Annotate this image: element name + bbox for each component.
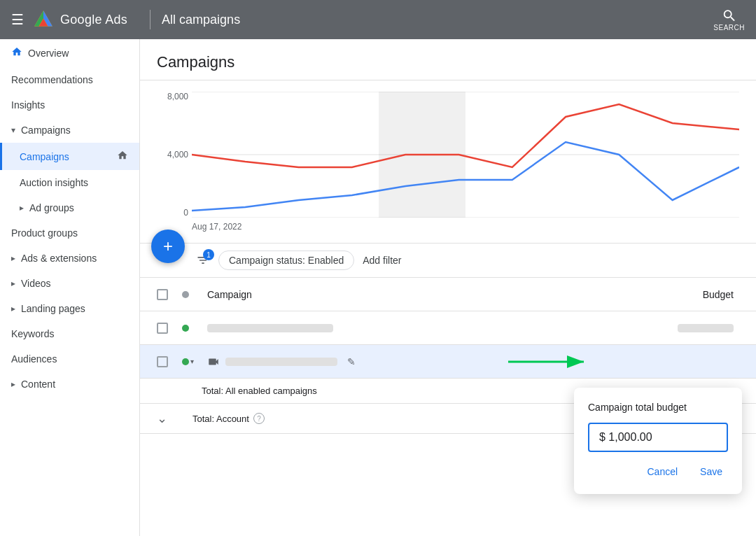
budget-col-header: Budget (613, 289, 739, 300)
help-icon: ? (253, 413, 265, 424)
line-chart-svg (192, 92, 739, 218)
table-header: Campaign Budget (140, 278, 756, 311)
campaign-name-placeholder (207, 324, 333, 332)
sidebar-item-insights[interactable]: Insights (0, 92, 139, 118)
sidebar-item-label: Insights (11, 99, 128, 111)
status-dot-green (182, 358, 189, 365)
add-filter-button[interactable]: Add filter (363, 255, 401, 266)
sidebar-item-recommendations[interactable]: Recommendations (0, 67, 139, 92)
row1-checkbox[interactable] (157, 323, 182, 334)
filter-chip-label: Campaign status: Enabled (229, 255, 344, 266)
sidebar-item-label: Campaigns (20, 151, 111, 162)
total-label: Total: All enabled campaigns (202, 386, 317, 396)
chevron-right-icon: ▸ (11, 304, 15, 313)
chart-area: 8,000 4,000 0 (140, 80, 756, 244)
google-ads-logo-icon (32, 8, 55, 31)
sidebar-item-auction-insights[interactable]: Auction insights (0, 170, 139, 195)
table-row (140, 311, 756, 345)
brand-name: Google Ads (60, 13, 127, 27)
row2-checkbox[interactable] (157, 356, 182, 367)
sidebar-item-overview[interactable]: Overview (0, 39, 139, 67)
page-title: Campaigns (157, 53, 739, 71)
y-label-4000: 4,000 (157, 150, 188, 160)
topbar-divider (150, 10, 150, 29)
search-button[interactable]: SEARCH (713, 8, 745, 31)
search-label: SEARCH (713, 24, 745, 31)
topbar: ☰ Google Ads All campaigns SEARCH (0, 0, 756, 39)
home-icon (11, 46, 22, 60)
total-row-inner: Total: All enabled campaigns (202, 386, 317, 396)
chart-x-label: Aug 17, 2022 (192, 222, 241, 232)
row2-status: ▾ (182, 358, 202, 365)
chart-svg (192, 92, 739, 218)
sidebar-item-label: Product groups (11, 227, 128, 239)
sidebar: Overview Recommendations Insights ▾ Camp… (0, 39, 140, 536)
search-icon (722, 8, 737, 24)
chart-container: 8,000 4,000 0 (157, 92, 739, 232)
plus-icon: + (163, 238, 173, 255)
sidebar-item-ad-groups[interactable]: ▸ Ad groups (0, 195, 139, 220)
sidebar-item-label: Auction insights (20, 177, 128, 188)
checkbox-icon (157, 323, 168, 334)
chevron-down-icon: ▾ (11, 125, 15, 135)
sidebar-item-label: Campaigns (21, 125, 128, 136)
budget-placeholder (678, 324, 734, 332)
sidebar-item-ads-extensions[interactable]: ▸ Ads & extensions (0, 246, 139, 271)
dropdown-arrow-icon[interactable]: ▾ (190, 358, 194, 365)
budget-input[interactable]: $ 1,000.00 (588, 423, 728, 452)
sidebar-item-label: Landing pages (21, 303, 128, 314)
row1-status (182, 325, 202, 332)
budget-value: $ 1,000.00 (599, 431, 652, 443)
checkbox-icon (157, 356, 168, 367)
sidebar-item-campaigns[interactable]: Campaigns (0, 143, 139, 170)
sidebar-item-videos[interactable]: ▸ Videos (0, 271, 139, 296)
campaign-status-filter[interactable]: Campaign status: Enabled (218, 251, 354, 270)
row1-budget (613, 324, 739, 332)
logo: Google Ads (32, 8, 127, 31)
edit-icon[interactable]: ✎ (347, 356, 356, 367)
status-header-icon (182, 291, 189, 298)
chevron-right-icon: ▸ (11, 278, 15, 288)
status-dot-green (182, 325, 189, 332)
expand-account-icon[interactable]: ⌄ (157, 411, 167, 426)
sidebar-item-product-groups[interactable]: Product groups (0, 220, 139, 246)
sidebar-item-label: Overview (28, 48, 128, 59)
topbar-subtitle: All campaigns (162, 13, 240, 27)
row2-campaign-name: ✎ (202, 355, 613, 368)
y-label-0: 0 (157, 208, 188, 218)
filter-icon-button[interactable]: 1 (196, 253, 210, 267)
sidebar-item-content[interactable]: ▸ Content (0, 372, 139, 397)
table-row: ▾ ✎ (140, 345, 756, 379)
save-button[interactable]: Save (694, 463, 728, 480)
account-row-inner: Total: Account ? (192, 413, 265, 424)
hamburger-icon[interactable]: ☰ (11, 11, 24, 28)
budget-popup-title: Campaign total budget (588, 402, 728, 413)
y-label-8000: 8,000 (157, 92, 188, 101)
sidebar-item-label: Keywords (11, 328, 128, 339)
chart-y-labels: 8,000 4,000 0 (157, 92, 188, 218)
sidebar-item-label: Ads & extensions (21, 253, 128, 264)
account-label: Total: Account (192, 414, 249, 424)
sidebar-item-campaigns-group[interactable]: ▾ Campaigns (0, 118, 139, 143)
sidebar-item-audiences[interactable]: Audiences (0, 346, 139, 372)
sidebar-item-landing-pages[interactable]: ▸ Landing pages (0, 296, 139, 321)
sidebar-item-keywords[interactable]: Keywords (0, 321, 139, 346)
sidebar-item-label: Videos (21, 278, 128, 289)
row1-campaign-name (202, 324, 613, 332)
checkbox-icon (157, 289, 168, 300)
campaign-col-header: Campaign (202, 289, 613, 300)
sidebar-item-label: Content (21, 379, 128, 390)
sidebar-item-label: Ad groups (29, 202, 128, 213)
filter-badge: 1 (203, 249, 214, 260)
cancel-button[interactable]: Cancel (641, 463, 683, 480)
chevron-right-icon: ▸ (11, 379, 15, 389)
page-header: Campaigns (140, 39, 756, 80)
select-all-checkbox[interactable] (157, 289, 182, 300)
add-campaign-button[interactable]: + (151, 230, 185, 263)
filter-bar: 1 Campaign status: Enabled Add filter (140, 244, 756, 278)
video-icon (207, 355, 220, 368)
sidebar-item-label: Audiences (11, 353, 128, 365)
home-small-icon (117, 150, 128, 163)
campaign-name-placeholder (225, 358, 337, 366)
chevron-right-icon: ▸ (11, 253, 15, 263)
